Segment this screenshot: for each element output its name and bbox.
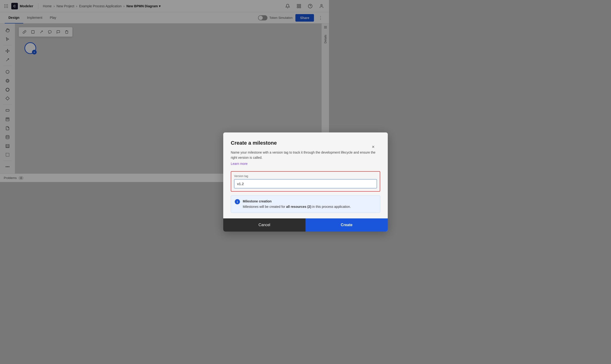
- modal-header: Create a milestone ×: [231, 140, 329, 146]
- modal-body: Create a milestone × Name your milestone…: [223, 132, 329, 182]
- learn-more-link[interactable]: Learn more: [231, 162, 248, 166]
- version-tag-field-container: Version tag: [231, 171, 329, 182]
- modal-title: Create a milestone: [231, 140, 329, 146]
- create-milestone-modal: Create a milestone × Name your milestone…: [223, 132, 329, 182]
- modal-overlay[interactable]: Create a milestone × Name your milestone…: [0, 0, 329, 182]
- modal-description: Name your milestone with a version tag t…: [231, 150, 329, 160]
- version-tag-label: Version tag: [234, 174, 329, 178]
- version-tag-input[interactable]: [234, 179, 329, 182]
